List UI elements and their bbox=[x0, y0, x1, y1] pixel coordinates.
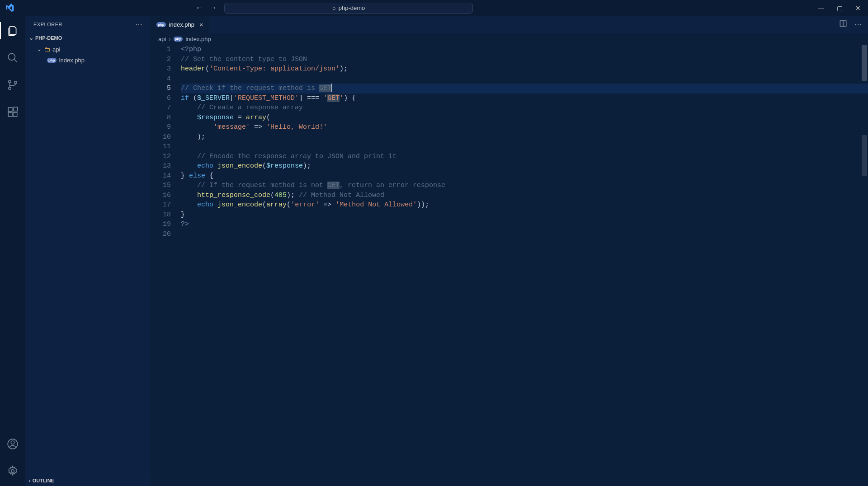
sidebar-more-icon[interactable]: ⋯ bbox=[135, 20, 143, 29]
activity-search[interactable] bbox=[6, 51, 19, 65]
svg-point-9 bbox=[11, 441, 14, 444]
svg-point-10 bbox=[11, 470, 14, 473]
minimize-icon[interactable]: — bbox=[818, 5, 824, 12]
svg-rect-7 bbox=[14, 107, 18, 111]
breadcrumbs[interactable]: api › php index.php bbox=[151, 33, 868, 45]
line-number-gutter: 1234 5678 9101112 13141516 17181920 bbox=[151, 45, 181, 486]
svg-point-2 bbox=[9, 87, 11, 89]
maximize-icon[interactable]: ▢ bbox=[837, 5, 843, 12]
sidebar-explorer: EXPLORER ⋯ ⌄ PHP-DEMO ⌄ 🗀 api php index.… bbox=[25, 16, 151, 486]
file-label: index.php bbox=[59, 57, 85, 64]
files-icon bbox=[7, 25, 19, 37]
sidebar-project-section[interactable]: ⌄ PHP-DEMO bbox=[25, 33, 151, 43]
chevron-right-icon: › bbox=[29, 478, 31, 483]
php-file-icon: php bbox=[47, 58, 57, 63]
code-editor[interactable]: 1234 5678 9101112 13141516 17181920 <?ph… bbox=[151, 45, 868, 486]
split-editor-icon[interactable] bbox=[839, 19, 847, 29]
vscode-logo-icon bbox=[5, 4, 14, 13]
activity-extensions[interactable] bbox=[6, 105, 19, 119]
tabs-bar: php index.php × ⋯ bbox=[151, 16, 868, 33]
activity-settings[interactable] bbox=[6, 464, 19, 478]
folder-open-icon: 🗀 bbox=[44, 46, 50, 53]
php-file-icon: php bbox=[174, 37, 183, 42]
nav-forward-icon[interactable]: → bbox=[209, 3, 217, 13]
chevron-down-icon: ⌄ bbox=[29, 35, 33, 41]
svg-point-3 bbox=[14, 81, 17, 84]
chevron-down-icon: ⌄ bbox=[36, 46, 42, 52]
sidebar-outline-section[interactable]: › OUTLINE bbox=[25, 475, 151, 486]
svg-point-0 bbox=[8, 53, 15, 60]
php-file-icon: php bbox=[156, 22, 166, 27]
tree-folder-api[interactable]: ⌄ 🗀 api bbox=[25, 44, 151, 55]
search-icon: ⌕ bbox=[332, 5, 336, 11]
tab-close-icon[interactable]: × bbox=[199, 21, 203, 28]
svg-point-1 bbox=[9, 80, 11, 83]
file-tree: ⌄ 🗀 api php index.php bbox=[25, 43, 151, 475]
chevron-right-icon: › bbox=[169, 36, 170, 42]
breadcrumb-file[interactable]: index.php bbox=[185, 36, 211, 42]
search-text: php-demo bbox=[339, 5, 365, 11]
folder-label: api bbox=[52, 46, 60, 53]
close-icon[interactable]: ✕ bbox=[855, 5, 861, 12]
scrollbar-thumb[interactable] bbox=[862, 45, 867, 81]
tab-label: index.php bbox=[169, 21, 194, 28]
code-content[interactable]: <?php // Set the content type to JSON he… bbox=[181, 45, 868, 486]
extensions-icon bbox=[7, 106, 19, 118]
activity-bar bbox=[0, 16, 25, 486]
account-icon bbox=[7, 438, 19, 450]
outline-label: OUTLINE bbox=[33, 478, 54, 483]
sidebar-title: EXPLORER bbox=[33, 22, 62, 27]
activity-source-control[interactable] bbox=[6, 78, 19, 92]
breadcrumb-folder[interactable]: api bbox=[158, 36, 166, 42]
command-center-search[interactable]: ⌕ php-demo bbox=[224, 3, 473, 14]
activity-explorer[interactable] bbox=[6, 24, 19, 37]
project-name: PHP-DEMO bbox=[35, 35, 62, 41]
nav-back-icon[interactable]: ← bbox=[195, 3, 203, 13]
tree-file-index-php[interactable]: php index.php bbox=[25, 55, 151, 65]
scrollbar-thumb[interactable] bbox=[862, 135, 867, 176]
svg-rect-4 bbox=[8, 107, 12, 112]
git-branch-icon bbox=[7, 79, 19, 91]
svg-rect-6 bbox=[13, 112, 17, 117]
window-controls: — ▢ ✕ bbox=[818, 5, 861, 12]
svg-rect-5 bbox=[8, 112, 12, 117]
gear-icon bbox=[7, 465, 19, 477]
editor-area: php index.php × ⋯ api › php index.php 12… bbox=[151, 16, 868, 486]
sidebar-header: EXPLORER ⋯ bbox=[25, 16, 151, 33]
search-icon bbox=[7, 52, 19, 64]
editor-more-icon[interactable]: ⋯ bbox=[854, 20, 862, 29]
activity-accounts[interactable] bbox=[6, 437, 19, 451]
nav-arrows: ← → bbox=[195, 3, 217, 13]
tab-index-php[interactable]: php index.php × bbox=[151, 16, 209, 33]
title-bar: ← → ⌕ php-demo — ▢ ✕ bbox=[0, 0, 868, 16]
